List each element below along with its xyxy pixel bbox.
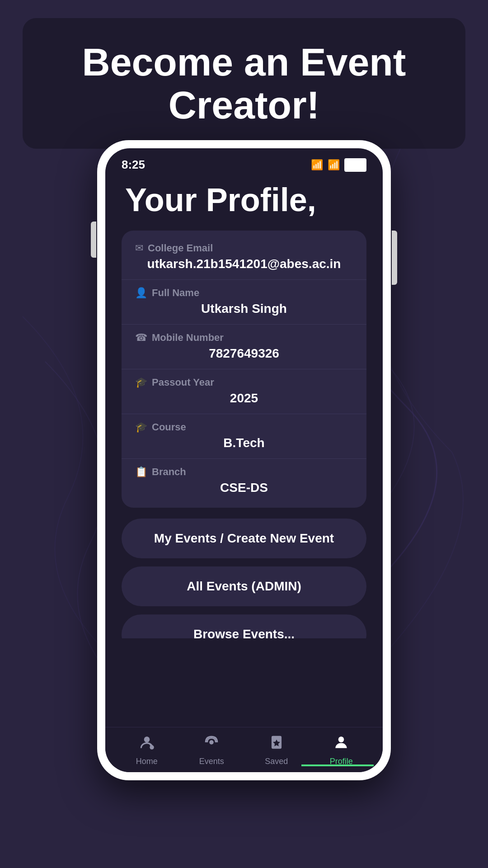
status-bar: 8:25 📶 📶 100: [105, 148, 383, 173]
page-title: Your Profile,: [122, 182, 366, 218]
battery-icon: 100: [344, 158, 366, 172]
svg-point-1: [144, 736, 150, 742]
profile-field-email: ✉ College Email utkarsh.21b1541201@abes.…: [122, 235, 366, 280]
branch-icon: 📋: [135, 466, 147, 478]
nav-item-profile[interactable]: Profile: [309, 734, 374, 766]
profile-field-mobile: ☎ Mobile Number 7827649326: [122, 325, 366, 369]
course-icon: 🎓: [135, 421, 147, 433]
year-icon: 🎓: [135, 377, 147, 388]
all-events-admin-button[interactable]: All Events (ADMIN): [122, 566, 366, 606]
branch-value: CSE-DS: [135, 481, 353, 495]
profile-field-branch: 📋 Branch CSE-DS: [122, 459, 366, 503]
phone-mockup: 8:25 📶 📶 100 Your Profile, ✉: [97, 140, 391, 780]
phone-content: Your Profile, ✉ College Email utkarsh.21…: [105, 173, 383, 772]
email-value: utkarsh.21b1541201@abes.ac.in: [135, 257, 353, 271]
nav-item-saved[interactable]: Saved: [244, 734, 309, 766]
status-icons: 📶 📶 100: [311, 158, 366, 172]
saved-nav-label: Saved: [265, 757, 288, 766]
profile-card: ✉ College Email utkarsh.21b1541201@abes.…: [122, 231, 366, 508]
profile-field-year: 🎓 Passout Year 2025: [122, 369, 366, 414]
course-label: Course: [152, 421, 186, 433]
my-events-button[interactable]: My Events / Create New Event: [122, 519, 366, 558]
name-icon: 👤: [135, 287, 147, 299]
home-nav-label: Home: [136, 757, 158, 766]
events-nav-icon: [203, 734, 220, 755]
home-nav-icon: [138, 734, 155, 755]
svg-point-3: [210, 740, 214, 745]
mobile-icon: ☎: [135, 332, 147, 344]
svg-point-2: [150, 745, 154, 750]
mobile-value: 7827649326: [135, 346, 353, 361]
browse-events-button[interactable]: Browse Events...: [122, 614, 366, 654]
course-value: B.Tech: [135, 436, 353, 450]
year-value: 2025: [135, 391, 353, 406]
profile-nav-icon: [333, 734, 350, 755]
bottom-nav: Home Events: [105, 727, 383, 772]
profile-field-name: 👤 Full Name Utkarsh Singh: [122, 280, 366, 325]
year-label: Passout Year: [152, 377, 214, 388]
mobile-label: Mobile Number: [152, 332, 224, 344]
signal-icon: 📶: [328, 159, 340, 171]
name-label: Full Name: [152, 287, 199, 299]
status-time: 8:25: [122, 158, 145, 172]
wifi-icon: 📶: [311, 159, 323, 171]
profile-active-indicator: [301, 764, 374, 766]
name-value: Utkarsh Singh: [135, 302, 353, 316]
saved-nav-icon: [268, 734, 285, 755]
nav-item-home[interactable]: Home: [114, 734, 179, 766]
profile-field-course: 🎓 Course B.Tech: [122, 414, 366, 459]
email-icon: ✉: [135, 242, 143, 254]
header-banner: Become an Event Creator!: [23, 18, 465, 149]
nav-item-events[interactable]: Events: [179, 734, 244, 766]
branch-label: Branch: [152, 466, 186, 478]
email-label: College Email: [148, 242, 213, 254]
header-title: Become an Event Creator!: [50, 41, 438, 126]
svg-point-6: [338, 736, 344, 742]
events-nav-label: Events: [199, 757, 224, 766]
